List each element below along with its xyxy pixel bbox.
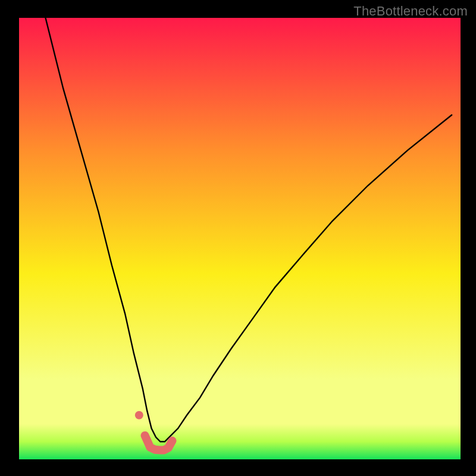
isolated-marker-dot bbox=[135, 411, 143, 419]
isolated-marker-group bbox=[135, 411, 143, 419]
bottleneck-curve bbox=[46, 18, 452, 441]
curve-layer bbox=[19, 18, 461, 459]
plot-area bbox=[19, 18, 461, 459]
chart-frame: TheBottleneck.com bbox=[0, 0, 476, 476]
watermark-text: TheBottleneck.com bbox=[353, 4, 468, 19]
